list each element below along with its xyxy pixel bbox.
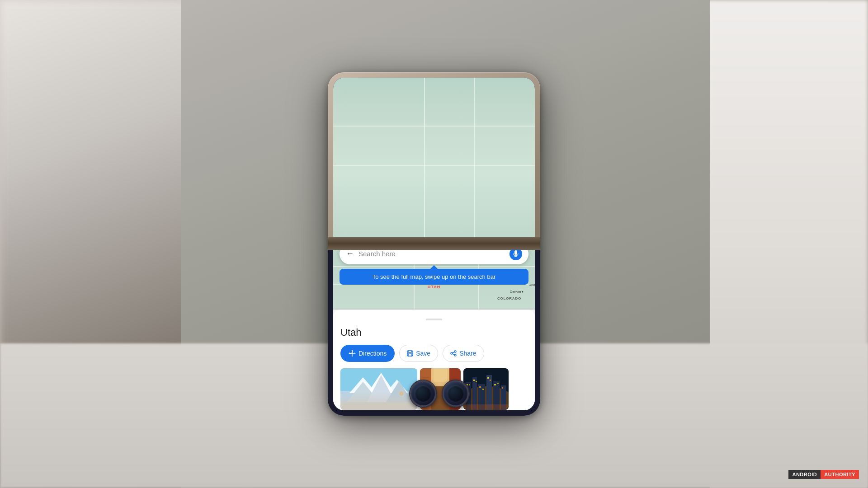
- svg-line-8: [453, 352, 454, 353]
- camera-lens-inner-main: [415, 385, 431, 402]
- directions-icon: [349, 350, 356, 357]
- denver-label: Denver●: [509, 290, 524, 294]
- map-road-2: [333, 165, 535, 166]
- photo-city[interactable]: [463, 368, 509, 410]
- directions-button[interactable]: Directions: [340, 345, 395, 362]
- watermark-android: ANDROID: [788, 470, 821, 479]
- map-road-1: [333, 126, 535, 127]
- map-top-display: [333, 78, 535, 237]
- svg-rect-48: [463, 404, 509, 410]
- mic-icon: [513, 250, 519, 258]
- save-icon: [407, 350, 413, 357]
- map-road-3: [424, 78, 425, 237]
- phone-top-screen: [333, 78, 535, 237]
- camera-area: [399, 380, 469, 407]
- camera-lens-main: [410, 380, 436, 407]
- svg-point-5: [454, 351, 456, 352]
- svg-rect-41: [479, 386, 481, 388]
- svg-rect-39: [473, 380, 475, 381]
- map-road-4: [474, 78, 475, 237]
- svg-rect-0: [514, 250, 517, 255]
- search-input[interactable]: Search here: [359, 250, 505, 258]
- svg-line-9: [453, 354, 454, 355]
- save-button[interactable]: Save: [399, 345, 438, 362]
- svg-rect-45: [494, 384, 496, 385]
- panel-handle-wrap: [340, 316, 528, 325]
- share-icon: [450, 350, 457, 357]
- phone-hinge: [328, 237, 540, 250]
- colorado-label: COLORADO: [497, 296, 521, 300]
- back-button[interactable]: ←: [346, 249, 354, 258]
- drag-handle[interactable]: [426, 319, 442, 320]
- camera-dot-sensor: [399, 391, 404, 396]
- camera-lens-inner-secondary: [448, 385, 464, 402]
- location-name: Utah: [340, 327, 528, 338]
- phone-top-half: [328, 72, 540, 237]
- scene: NEVADA UTAH COLORADO Denver● Unite ← Sea…: [0, 0, 868, 488]
- utah-label: UTAH: [428, 285, 440, 289]
- phone-bottom-half: NEVADA UTAH COLORADO Denver● Unite ← Sea…: [328, 237, 540, 416]
- map-banner: To see the full map, swipe up on the sea…: [340, 269, 528, 285]
- united-label: Unite: [528, 283, 535, 287]
- city-image: [463, 368, 509, 410]
- svg-rect-47: [502, 387, 503, 389]
- watermark-authority: AUTHORITY: [821, 470, 859, 479]
- share-button[interactable]: Share: [443, 345, 484, 362]
- svg-point-3: [351, 352, 353, 354]
- svg-rect-44: [490, 380, 491, 381]
- svg-rect-37: [469, 384, 470, 385]
- svg-rect-42: [482, 389, 484, 390]
- svg-rect-46: [497, 383, 499, 384]
- action-buttons: Directions Save: [340, 345, 528, 362]
- svg-rect-40: [476, 381, 477, 382]
- camera-lens-secondary: [443, 380, 469, 407]
- phone-device: NEVADA UTAH COLORADO Denver● Unite ← Sea…: [328, 72, 540, 416]
- svg-rect-43: [487, 377, 489, 379]
- watermark: ANDROID AUTHORITY: [788, 470, 859, 479]
- svg-rect-24: [434, 368, 447, 382]
- phone-shell: NEVADA UTAH COLORADO Denver● Unite ← Sea…: [328, 72, 540, 416]
- svg-point-6: [451, 352, 453, 354]
- svg-point-7: [454, 354, 456, 356]
